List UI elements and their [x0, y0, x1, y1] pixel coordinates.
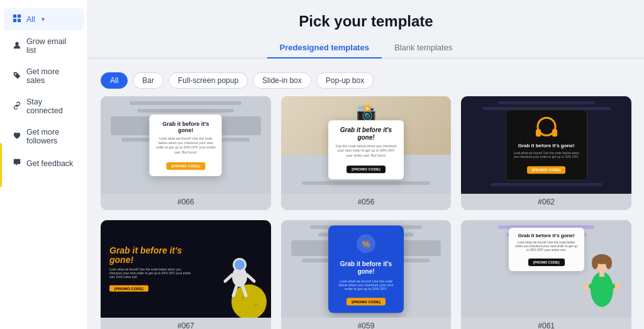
coupon-icon: % [353, 233, 379, 255]
sidebar-item-grow-email[interactable]: Grow email list [4, 31, 84, 60]
template-card-059[interactable]: % Grab it before it's gone! Look what we… [281, 220, 452, 329]
sidebar-item-more-followers[interactable]: Get more followers [4, 122, 84, 151]
astronaut-icon [211, 230, 268, 318]
svg-rect-25 [599, 270, 604, 277]
svg-point-9 [241, 296, 245, 299]
popup-title: Grab it before it's gone! [335, 260, 397, 275]
main-content: Pick your template Predesigned templates… [88, 0, 644, 329]
space-cta: [PROMO CODE] [109, 286, 148, 292]
heart-icon [13, 131, 21, 142]
svg-rect-0 [13, 14, 16, 18]
chat-icon [13, 158, 21, 169]
sidebar-item-get-sales[interactable]: Get more sales [4, 62, 84, 91]
svg-point-24 [591, 272, 613, 307]
sidebar-item-label: Stay connected [26, 98, 75, 115]
headphones-icon [531, 116, 562, 140]
template-label: #067 [101, 318, 271, 329]
svg-rect-6 [536, 129, 541, 137]
popup-cta: [PROMO CODE] [528, 259, 565, 266]
popup-cta: [PROMO CODE] [347, 298, 386, 305]
header: Pick your template Predesigned templates… [88, 0, 644, 65]
space-sub: Look what we found! Use the code below w… [109, 267, 191, 279]
popup-title: Grab it before it's gone! [156, 120, 216, 134]
link-icon [13, 101, 21, 112]
template-label: #062 [461, 194, 631, 210]
sidebar-item-label: Get more sales [26, 67, 75, 85]
popup-title: Grab it before it's gone! [335, 127, 397, 142]
sidebar-item-label: Get more followers [26, 128, 75, 145]
template-label: #066 [101, 194, 271, 210]
filter-popup[interactable]: Pop-up box [316, 72, 374, 89]
svg-rect-1 [18, 14, 21, 18]
template-grid: Grab it before it's gone! Look what we f… [101, 96, 631, 329]
sidebar-item-label: Grow email list [26, 37, 75, 55]
svg-line-15 [247, 275, 254, 281]
popup-title: Grab it before it's gone! [514, 233, 579, 238]
popup-title: Grab it before it's gone! [513, 143, 580, 149]
svg-text:%: % [362, 238, 370, 248]
filter-fullscreen[interactable]: Full-screen popup [169, 72, 248, 89]
popup-body: Look what we found! Use the code below w… [514, 240, 579, 252]
filter-bar: All Bar Full-screen popup Slide-in box P… [88, 65, 644, 96]
svg-point-4 [15, 42, 18, 45]
svg-point-22 [592, 257, 598, 269]
popup-cta: [PROMO CODE] [527, 166, 566, 174]
sidebar-item-all[interactable]: All ▾ [4, 8, 84, 30]
template-grid-container: Grab it before it's gone! Look what we f… [88, 96, 644, 329]
svg-line-14 [225, 275, 232, 281]
template-card-062[interactable]: Grab it before it's gone! Look what we f… [461, 96, 631, 210]
template-card-066[interactable]: Grab it before it's gone! Look what we f… [101, 96, 271, 210]
svg-point-23 [606, 257, 612, 269]
template-card-056[interactable]: 📸 Grab it before it's gone! Use the code… [281, 96, 452, 210]
sidebar-item-stay-connected[interactable]: Stay connected [4, 92, 84, 121]
popup-066: Grab it before it's gone! Look what we f… [150, 114, 222, 176]
tab-predesigned[interactable]: Predesigned templates [267, 38, 382, 59]
template-label: #056 [281, 194, 452, 210]
popup-cta: [PROMO CODE] [347, 165, 386, 173]
svg-point-10 [254, 304, 257, 306]
svg-point-13 [235, 260, 245, 270]
sidebar-item-get-feedback[interactable]: Get feedback [4, 152, 84, 174]
page-title: Pick your template [88, 13, 644, 30]
space-title: Grab it before it's gone! [109, 245, 191, 265]
popup-059: % Grab it before it's gone! Look what we… [328, 225, 404, 313]
woman-figure [581, 252, 622, 318]
svg-rect-2 [13, 19, 16, 22]
space-text: Grab it before it's gone! Look what we f… [109, 245, 191, 293]
tab-blank[interactable]: Blank templates [382, 38, 465, 59]
template-card-061[interactable]: Grab it before it's gone! Look what we f… [461, 220, 631, 329]
svg-rect-3 [18, 19, 21, 22]
popup-body: Use the code below when you checkout you… [335, 145, 397, 158]
popup-062: Grab it before it's gone! Look what we f… [506, 109, 587, 181]
filter-bar-chip[interactable]: Bar [133, 72, 164, 89]
sidebar: Chat 24/7 All ▾ Grow email list Get more… [0, 0, 88, 329]
grid-icon [13, 14, 21, 25]
sidebar-item-label: Get feedback [26, 159, 73, 168]
tag-icon [13, 71, 21, 82]
filter-slidein[interactable]: Slide-in box [253, 72, 311, 89]
all-arrow: ▾ [42, 16, 45, 23]
template-card-067[interactable]: Grab it before it's gone! Look what we f… [101, 220, 271, 329]
popup-body: Look what we found! Use the code below w… [335, 279, 397, 290]
tabs-header: Predesigned templates Blank templates [88, 38, 644, 59]
svg-rect-7 [552, 129, 557, 137]
filter-all[interactable]: All [101, 72, 128, 89]
template-label: #059 [281, 318, 452, 329]
sidebar-all-label: All [26, 15, 35, 24]
popup-061: Grab it before it's gone! Look what we f… [509, 228, 584, 271]
popup-cta: [PROMO CODE] [166, 162, 205, 170]
popup-body: Look what we found! Use the code below w… [156, 137, 216, 155]
popup-056: Grab it before it's gone! Use the code b… [328, 121, 404, 179]
chat-tab[interactable]: Chat 24/7 [0, 143, 2, 187]
template-label: #061 [461, 318, 631, 329]
person-icon [13, 41, 21, 52]
popup-body: Look what we found! Use the code below w… [513, 151, 580, 159]
